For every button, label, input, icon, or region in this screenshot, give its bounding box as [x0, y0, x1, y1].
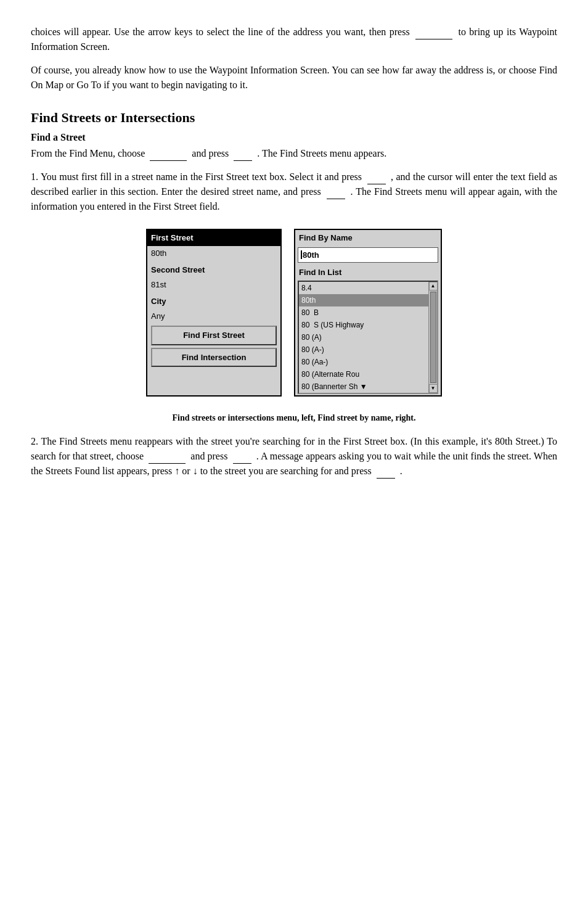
blank-6	[149, 463, 186, 464]
blank-7	[233, 463, 251, 464]
paragraph-4: 1. You must first fill in a street name …	[31, 170, 557, 214]
paragraph-5: 2. The Find Streets menu reappears with …	[31, 434, 557, 479]
list-item[interactable]: 80th	[299, 294, 428, 306]
paragraph-1: choices will appear. Use the arrow keys …	[31, 25, 557, 54]
find-by-name-input[interactable]: 80th	[298, 247, 438, 263]
list-item[interactable]: 80 S (US Highway	[299, 319, 428, 331]
scroll-thumb[interactable]	[430, 292, 436, 383]
blank-5	[327, 199, 345, 199]
first-street-header: First Street	[147, 230, 280, 246]
image-area: First Street 80th Second Street 81st Cit…	[31, 229, 557, 397]
second-street-value: 81st	[147, 278, 280, 292]
blank-2	[150, 160, 187, 161]
scroll-down-arrow[interactable]: ▼	[429, 384, 438, 393]
find-intersection-button[interactable]: Find Intersection	[151, 348, 277, 368]
list-item[interactable]: 80 (Aa-)	[299, 356, 428, 368]
city-label: City	[147, 292, 280, 309]
list-item[interactable]: 80 (A-)	[299, 343, 428, 356]
paragraph-2: Of course, you already know how to use t…	[31, 63, 557, 93]
list-item[interactable]: 80 (Alternate Rou	[299, 368, 428, 380]
blank-3	[234, 160, 252, 161]
list-item[interactable]: 80 B	[299, 306, 428, 319]
text-cursor	[301, 250, 302, 259]
subsection-title: Find a Street	[31, 130, 557, 145]
find-in-list-label: Find In List	[295, 264, 441, 279]
find-in-list-area: 8.4 80th 80 B 80 S (US Highway 80 (A) 80…	[298, 281, 438, 394]
blank-1	[415, 39, 452, 39]
city-value: Any	[147, 309, 280, 324]
blank-4	[367, 184, 386, 184]
list-item[interactable]: 80 (Bannerter Sh ▼	[299, 380, 428, 393]
first-street-value: 80th	[147, 246, 280, 261]
blank-8	[377, 478, 395, 479]
image-caption: Find streets or intersections menu, left…	[31, 411, 557, 424]
list-scrollbar[interactable]: ▲ ▼	[428, 282, 437, 393]
list-item[interactable]: 80 (A)	[299, 331, 428, 343]
find-by-name-menu: Find By Name 80th Find In List 8.4 80th …	[294, 229, 442, 397]
find-streets-menu: First Street 80th Second Street 81st Cit…	[146, 229, 282, 397]
find-first-street-button[interactable]: Find First Street	[151, 326, 277, 345]
list-item[interactable]: 8.4	[299, 282, 428, 294]
scroll-up-arrow[interactable]: ▲	[429, 282, 438, 290]
second-street-label: Second Street	[147, 260, 280, 278]
section-title: Find Streets or Intersections	[31, 107, 557, 128]
find-by-name-label: Find By Name	[295, 230, 441, 246]
paragraph-3: From the Find Menu, choose and press . T…	[31, 146, 557, 161]
